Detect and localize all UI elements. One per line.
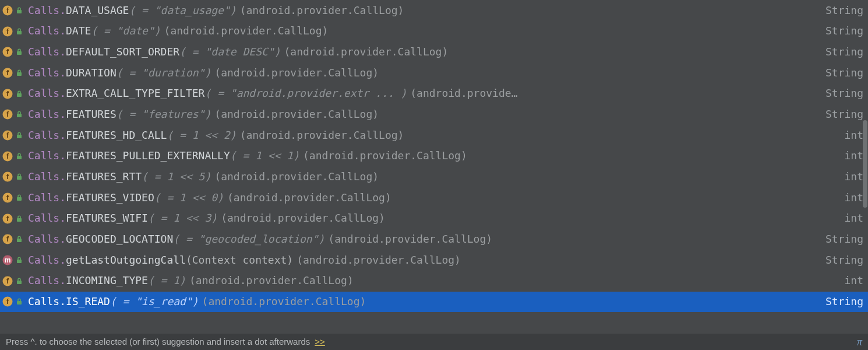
completion-item[interactable]: fCalls.FEATURES_WIFI ( = 1 << 3)(android… [0,208,868,229]
package: (android.provider.CallLog) [164,25,329,37]
return-type: String [818,88,863,100]
completion-item[interactable]: fCalls.FEATURES_VIDEO ( = 1 << 0)(androi… [0,187,868,208]
completion-item[interactable]: fCalls.IS_READ ( = "is_read")(android.pr… [0,292,868,313]
lock-icon [15,235,23,243]
svg-rect-11 [17,72,22,76]
constant-value: ( = 1) [148,275,186,287]
qualifier: Calls. [28,25,66,37]
svg-rect-23 [17,156,22,159]
lock-icon [15,48,23,56]
field-icon: f [2,130,13,141]
completion-item[interactable]: fCalls.EXTRA_CALL_TYPE_FILTER ( = "andro… [0,83,868,104]
completion-list[interactable]: fCalls.DATA_USAGE ( = "data_usage")(andr… [0,0,868,334]
field-icon: f [2,214,13,224]
lock-icon [15,6,23,15]
completion-popup: fCalls.DATA_USAGE ( = "data_usage")(andr… [0,0,868,350]
qualifier: Calls. [28,254,66,267]
completion-item[interactable]: fCalls.FEATURES_PULLED_EXTERNALLY ( = 1 … [0,146,868,167]
constant-value: ( = "data_usage") [129,5,236,17]
completion-item[interactable]: fCalls.DURATION ( = "duration")(android.… [0,62,868,83]
qualifier: Calls. [28,88,66,100]
qualifier: Calls. [28,275,66,287]
member-name: getLastOutgoingCall [66,254,186,267]
lock-icon [15,277,23,285]
completion-item[interactable]: fCalls.FEATURES_HD_CALL ( = 1 << 2)(andr… [0,125,868,146]
field-icon: f [2,109,13,120]
params: (Context context) [186,254,293,267]
svg-text:m: m [5,256,11,264]
package: (android.provider.CallLog) [303,150,467,162]
return-type: int [837,171,863,183]
package: (android.provider.CallLog) [284,46,449,58]
member-name: DATA_USAGE [66,5,129,17]
lock-icon [15,173,23,181]
qualifier: Calls. [28,192,66,204]
member-name: DATE [66,25,91,37]
qualifier: Calls. [28,296,66,308]
lock-icon [15,90,23,98]
member-name: GEOCODED_LOCATION [66,233,173,246]
return-type: int [837,275,863,287]
lock-icon [15,131,23,139]
qualifier: Calls. [28,5,66,17]
member-name: IS_READ [66,296,110,308]
constant-value: ( = "geocoded_location") [173,233,324,246]
qualifier: Calls. [28,108,66,121]
member-name: DEFAULT_SORT_ORDER [66,46,179,58]
qualifier: Calls. [28,130,66,142]
qualifier: Calls. [28,233,66,246]
scrollbar-thumb[interactable] [863,120,867,208]
field-icon: f [2,192,13,203]
field-icon: f [2,296,13,307]
constant-value: ( = 1 << 2) [167,130,236,142]
package: (android.provider.CallLog) [227,192,391,204]
package: (android.provider.CallLog) [240,5,404,17]
pi-icon[interactable]: π [857,336,862,348]
svg-rect-2 [17,10,22,13]
svg-rect-32 [17,218,22,222]
return-type: String [818,46,863,58]
field-icon: f [2,47,13,57]
more-link[interactable]: >> [315,337,325,346]
return-type: int [837,212,863,225]
return-type: int [837,192,863,204]
lock-icon [15,256,23,264]
package: (android.provide… [410,88,517,100]
return-type: String [818,67,863,79]
constant-value: ( = 1 << 5) [142,171,211,183]
hint-footer: Press ^. to choose the selected (or firs… [0,334,868,350]
member-name: FEATURES_PULLED_EXTERNALLY [66,150,230,162]
constant-value: ( = 1 << 3) [148,212,217,225]
completion-item[interactable]: fCalls.DATE ( = "date")(android.provider… [0,21,868,42]
constant-value: ( = "date DESC") [179,46,280,58]
return-type: String [818,25,863,37]
svg-rect-38 [17,260,22,263]
return-type: String [818,233,863,246]
svg-rect-44 [17,301,22,304]
return-type: String [818,254,863,267]
method-icon: m [2,255,13,265]
svg-rect-26 [17,176,22,180]
completion-item[interactable]: fCalls.INCOMING_TYPE ( = 1)(android.prov… [0,271,868,292]
return-type: String [818,296,863,308]
completion-item[interactable]: fCalls.FEATURES_RTT ( = 1 << 5)(android.… [0,167,868,188]
svg-rect-20 [17,135,22,138]
completion-item[interactable]: fCalls.DATA_USAGE ( = "data_usage")(andr… [0,0,868,21]
package: (android.provider.CallLog) [214,67,379,79]
constant-value: ( = 1 << 0) [154,192,224,204]
member-name: FEATURES_VIDEO [66,192,154,204]
member-name: INCOMING_TYPE [66,275,148,287]
completion-item[interactable]: fCalls.FEATURES ( = "features")(android.… [0,104,868,125]
qualifier: Calls. [28,46,66,58]
completion-item[interactable]: fCalls.DEFAULT_SORT_ORDER ( = "date DESC… [0,41,868,62]
qualifier: Calls. [28,67,66,79]
lock-icon [15,110,23,118]
completion-item[interactable]: mCalls.getLastOutgoingCall(Context conte… [0,250,868,271]
constant-value: ( = "is_read") [110,296,199,308]
completion-item[interactable]: fCalls.GEOCODED_LOCATION ( = "geocoded_l… [0,229,868,250]
return-type: int [837,130,863,142]
constant-value: ( = "date") [91,25,160,37]
field-icon: f [2,151,13,162]
return-type: String [818,108,863,121]
package: (android.provider.CallLog) [240,130,404,142]
